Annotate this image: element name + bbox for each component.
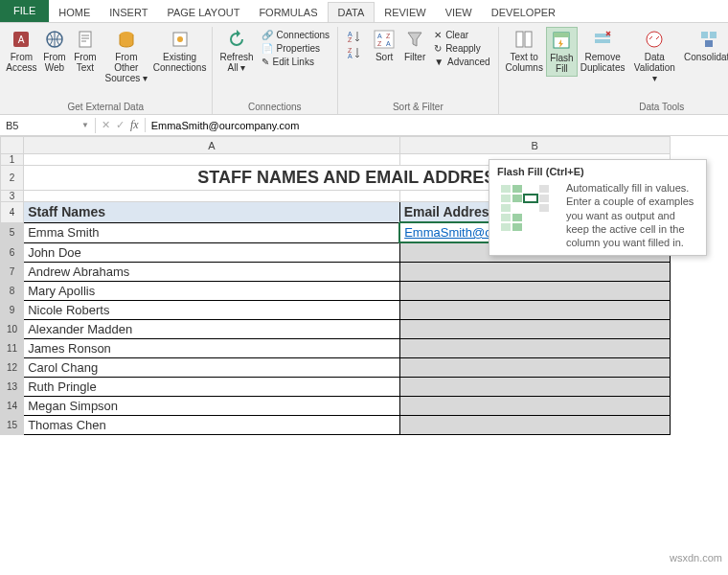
cell-staff-name[interactable]: Emma Smith — [24, 222, 400, 242]
svg-text:Z: Z — [377, 40, 382, 47]
tab-view[interactable]: VIEW — [436, 3, 482, 22]
sort-button[interactable]: AZZA Sort — [369, 27, 399, 64]
reapply-button[interactable]: ↻Reapply — [430, 42, 493, 55]
cell-staff-name[interactable]: John Doe — [24, 242, 400, 262]
row-header[interactable]: 12 — [1, 357, 24, 377]
tab-insert[interactable]: INSERT — [100, 3, 157, 22]
tab-review[interactable]: REVIEW — [375, 3, 435, 22]
cell[interactable] — [24, 154, 400, 166]
col-header-a[interactable]: A — [24, 137, 400, 154]
ribbon: A From Access From Web From Text From Ot… — [0, 23, 728, 115]
cell-email[interactable] — [399, 396, 670, 415]
tab-page-layout[interactable]: PAGE LAYOUT — [157, 3, 249, 22]
group-label: Get External Data — [4, 100, 208, 114]
sort-icon: AZZA — [374, 29, 395, 50]
cell-email[interactable] — [399, 357, 670, 377]
cell-staff-name[interactable]: James Ronson — [24, 338, 400, 357]
tab-developer[interactable]: DEVELOPER — [482, 3, 565, 22]
btn-label: From Other Sources ▾ — [104, 52, 148, 83]
flash-fill-button[interactable]: Flash Fill — [546, 27, 578, 77]
from-text-button[interactable]: From Text — [70, 27, 101, 75]
from-access-button[interactable]: A From Access — [4, 27, 39, 75]
existing-connections-button[interactable]: Existing Connections — [152, 27, 208, 75]
cancel-icon[interactable]: ✕ — [102, 119, 110, 131]
sort-az-button[interactable]: AZ — [342, 29, 367, 44]
cell-staff-name[interactable]: Andrew Abrahams — [24, 262, 400, 281]
svg-point-6 — [177, 36, 183, 42]
flash-fill-tooltip: Flash Fill (Ctrl+E) Automatically fill i… — [489, 159, 707, 256]
row-header[interactable]: 8 — [1, 281, 24, 300]
row-header[interactable]: 2 — [1, 166, 24, 191]
ribbon-group-external-data: A From Access From Web From Text From Ot… — [0, 27, 213, 114]
name-box[interactable]: B5 ▼ — [0, 118, 96, 133]
cell-email[interactable] — [399, 300, 670, 319]
header-cell-names[interactable]: Staff Names — [24, 202, 400, 223]
svg-rect-31 — [501, 185, 511, 193]
cell-email[interactable] — [399, 415, 670, 434]
cell-email[interactable] — [399, 281, 670, 300]
cell-email[interactable] — [399, 377, 670, 396]
btn-label: Consolidate — [684, 52, 728, 62]
formula-input[interactable] — [146, 118, 728, 133]
row-header[interactable]: 4 — [1, 202, 24, 223]
btn-label: Flash Fill — [550, 53, 573, 74]
sort-za-button[interactable]: ZA — [342, 45, 367, 60]
cell-staff-name[interactable]: Alexander Madden — [24, 319, 400, 338]
tab-data[interactable]: DATA — [328, 2, 375, 22]
btn-label: Remove Duplicates — [580, 52, 626, 73]
btn-label: From Text — [74, 52, 96, 73]
text-to-columns-button[interactable]: Text to Columns — [503, 27, 546, 75]
connections-button[interactable]: 🔗Connections — [258, 29, 334, 41]
cell-email[interactable] — [399, 338, 670, 357]
tab-formulas[interactable]: FORMULAS — [249, 3, 327, 22]
svg-rect-25 — [705, 40, 713, 47]
row-header[interactable]: 14 — [1, 396, 24, 415]
svg-rect-21 — [595, 39, 610, 43]
row-header[interactable]: 11 — [1, 338, 24, 357]
tab-home[interactable]: HOME — [49, 3, 100, 22]
ribbon-group-data-tools: Text to Columns Flash Fill Remove Duplic… — [499, 27, 728, 114]
row-header[interactable]: 7 — [1, 262, 24, 281]
tooltip-preview-icon — [497, 181, 558, 242]
row-header[interactable]: 15 — [1, 415, 24, 434]
text-to-columns-icon — [513, 29, 535, 50]
col-header-b[interactable]: B — [399, 137, 670, 154]
row-header[interactable]: 10 — [1, 319, 24, 338]
properties-button[interactable]: 📄Properties — [258, 42, 334, 55]
connections-icon — [170, 29, 191, 50]
svg-rect-40 — [524, 195, 537, 202]
row-header[interactable]: 6 — [1, 242, 24, 262]
refresh-icon — [226, 29, 247, 50]
svg-text:Z: Z — [386, 33, 391, 39]
cell-staff-name[interactable]: Nicole Roberts — [24, 300, 400, 319]
row-header[interactable]: 3 — [1, 191, 24, 202]
accept-icon[interactable]: ✓ — [116, 119, 125, 131]
fx-icon[interactable]: fx — [130, 118, 139, 132]
cell-staff-name[interactable]: Carol Chang — [24, 357, 400, 377]
cell-staff-name[interactable]: Megan Simpson — [24, 396, 400, 415]
file-tab[interactable]: FILE — [0, 0, 49, 22]
row-header[interactable]: 1 — [1, 154, 24, 166]
from-other-sources-button[interactable]: From Other Sources ▾ — [101, 27, 152, 85]
cell-staff-name[interactable]: Mary Apollis — [24, 281, 400, 300]
consolidate-button[interactable]: Consolidate — [681, 27, 728, 64]
data-validation-button[interactable]: Data Validation ▾ — [627, 27, 681, 85]
remove-duplicates-button[interactable]: Remove Duplicates — [578, 27, 627, 75]
select-all-corner[interactable] — [1, 137, 24, 154]
cell-email[interactable] — [399, 319, 670, 338]
from-web-button[interactable]: From Web — [39, 27, 70, 75]
edit-links-button[interactable]: ✎Edit Links — [258, 56, 334, 68]
filter-button[interactable]: Filter — [399, 27, 430, 64]
cell-staff-name[interactable]: Thomas Chen — [24, 415, 400, 434]
cell-email[interactable] — [399, 262, 670, 281]
ribbon-group-sort-filter: AZ ZA AZZA Sort Filter ✕Clear ↻Reapply ▼… — [338, 27, 498, 114]
row-header[interactable]: 5 — [1, 222, 24, 242]
fx-controls: ✕ ✓ fx — [96, 118, 146, 132]
row-header[interactable]: 9 — [1, 300, 24, 319]
refresh-all-button[interactable]: Refresh All ▾ — [216, 27, 258, 75]
cell[interactable] — [24, 191, 400, 202]
advanced-filter-button[interactable]: ▼Advanced — [430, 56, 493, 68]
cell-staff-name[interactable]: Ruth Pringle — [24, 377, 400, 396]
clear-filter-button[interactable]: ✕Clear — [430, 29, 493, 41]
row-header[interactable]: 13 — [1, 377, 24, 396]
